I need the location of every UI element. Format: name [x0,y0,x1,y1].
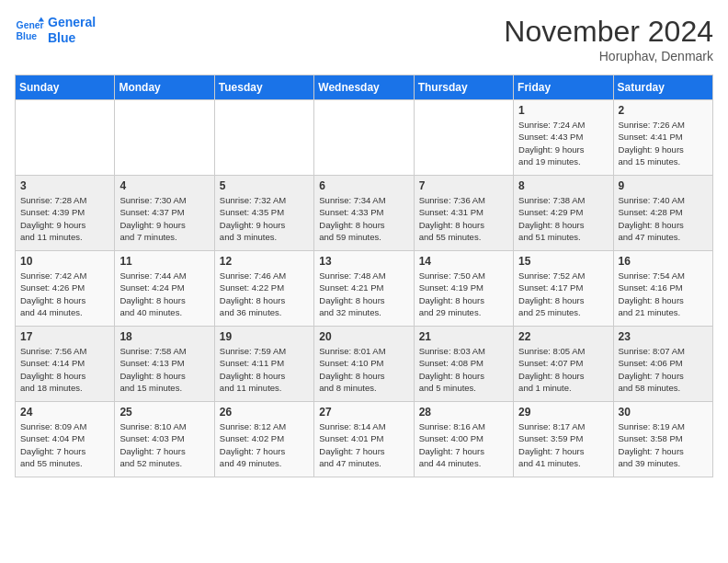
col-header-monday: Monday [115,75,214,100]
day-info: Sunrise: 7:48 AM Sunset: 4:21 PM Dayligh… [319,270,408,318]
day-info: Sunrise: 7:34 AM Sunset: 4:33 PM Dayligh… [319,194,408,243]
day-number: 29 [518,406,608,419]
day-number: 14 [419,255,508,268]
day-info: Sunrise: 7:50 AM Sunset: 4:19 PM Dayligh… [419,270,508,318]
day-number: 22 [518,330,608,343]
calendar-cell: 24Sunrise: 8:09 AM Sunset: 4:04 PM Dayli… [16,402,115,477]
day-number: 3 [20,179,109,192]
week-row-2: 3Sunrise: 7:28 AM Sunset: 4:39 PM Daylig… [16,176,713,251]
day-info: Sunrise: 7:26 AM Sunset: 4:41 PM Dayligh… [619,119,708,167]
calendar-cell: 29Sunrise: 8:17 AM Sunset: 3:59 PM Dayli… [514,402,613,477]
day-info: Sunrise: 7:40 AM Sunset: 4:28 PM Dayligh… [619,194,708,243]
day-number: 17 [20,330,109,343]
calendar-cell: 10Sunrise: 7:42 AM Sunset: 4:26 PM Dayli… [16,251,115,327]
calendar-cell: 6Sunrise: 7:34 AM Sunset: 4:33 PM Daylig… [314,176,414,251]
col-header-wednesday: Wednesday [314,75,414,100]
day-info: Sunrise: 7:36 AM Sunset: 4:31 PM Dayligh… [419,194,508,243]
logo-icon: General Blue [15,16,44,45]
calendar-cell: 1Sunrise: 7:24 AM Sunset: 4:43 PM Daylig… [514,100,613,176]
calendar-cell: 8Sunrise: 7:38 AM Sunset: 4:29 PM Daylig… [514,176,613,251]
week-row-1: 1Sunrise: 7:24 AM Sunset: 4:43 PM Daylig… [16,100,713,176]
day-info: Sunrise: 8:16 AM Sunset: 4:00 PM Dayligh… [419,420,508,469]
calendar-cell: 28Sunrise: 8:16 AM Sunset: 4:00 PM Dayli… [414,402,513,477]
calendar-cell: 20Sunrise: 8:01 AM Sunset: 4:10 PM Dayli… [314,327,414,402]
col-header-friday: Friday [514,75,613,100]
day-number: 1 [518,104,608,117]
title-block: November 2024 Horuphav, Denmark [504,15,713,63]
calendar-cell: 27Sunrise: 8:14 AM Sunset: 4:01 PM Dayli… [314,402,414,477]
day-number: 12 [220,255,309,268]
day-info: Sunrise: 7:56 AM Sunset: 4:14 PM Dayligh… [20,345,109,394]
calendar-cell: 23Sunrise: 8:07 AM Sunset: 4:06 PM Dayli… [613,327,712,402]
day-info: Sunrise: 8:10 AM Sunset: 4:03 PM Dayligh… [119,420,209,469]
calendar-cell [314,100,414,176]
svg-marker-2 [39,17,44,21]
day-number: 25 [119,406,209,419]
logo: General Blue General Blue [15,15,96,46]
calendar-cell: 2Sunrise: 7:26 AM Sunset: 4:41 PM Daylig… [613,100,712,176]
calendar-cell: 3Sunrise: 7:28 AM Sunset: 4:39 PM Daylig… [16,176,115,251]
day-info: Sunrise: 7:24 AM Sunset: 4:43 PM Dayligh… [518,119,608,167]
day-info: Sunrise: 7:32 AM Sunset: 4:35 PM Dayligh… [220,194,309,243]
calendar-cell: 26Sunrise: 8:12 AM Sunset: 4:02 PM Dayli… [214,402,313,477]
week-row-5: 24Sunrise: 8:09 AM Sunset: 4:04 PM Dayli… [16,402,713,477]
day-number: 11 [119,255,209,268]
calendar-title: November 2024 [504,15,713,49]
day-info: Sunrise: 7:28 AM Sunset: 4:39 PM Dayligh… [20,194,109,243]
col-header-tuesday: Tuesday [214,75,313,100]
calendar-cell [214,100,313,176]
day-number: 27 [319,406,408,419]
calendar-subtitle: Horuphav, Denmark [504,49,713,63]
week-row-4: 17Sunrise: 7:56 AM Sunset: 4:14 PM Dayli… [16,327,713,402]
day-number: 15 [518,255,608,268]
day-number: 23 [619,330,708,343]
logo-text-general: General [48,15,96,30]
day-number: 4 [119,179,209,192]
day-number: 8 [518,179,608,192]
day-info: Sunrise: 7:46 AM Sunset: 4:22 PM Dayligh… [220,270,309,318]
day-number: 30 [619,406,708,419]
calendar-cell: 25Sunrise: 8:10 AM Sunset: 4:03 PM Dayli… [115,402,214,477]
calendar-cell: 9Sunrise: 7:40 AM Sunset: 4:28 PM Daylig… [613,176,712,251]
day-number: 13 [319,255,408,268]
day-info: Sunrise: 7:30 AM Sunset: 4:37 PM Dayligh… [119,194,209,243]
calendar-cell [115,100,214,176]
day-info: Sunrise: 8:19 AM Sunset: 3:58 PM Dayligh… [619,420,708,469]
calendar-cell: 5Sunrise: 7:32 AM Sunset: 4:35 PM Daylig… [214,176,313,251]
day-number: 9 [619,179,708,192]
calendar-cell: 15Sunrise: 7:52 AM Sunset: 4:17 PM Dayli… [514,251,613,327]
calendar-cell: 18Sunrise: 7:58 AM Sunset: 4:13 PM Dayli… [115,327,214,402]
calendar-cell: 14Sunrise: 7:50 AM Sunset: 4:19 PM Dayli… [414,251,513,327]
calendar-cell [414,100,513,176]
day-number: 21 [419,330,508,343]
week-row-3: 10Sunrise: 7:42 AM Sunset: 4:26 PM Dayli… [16,251,713,327]
calendar-cell: 16Sunrise: 7:54 AM Sunset: 4:16 PM Dayli… [613,251,712,327]
day-info: Sunrise: 7:52 AM Sunset: 4:17 PM Dayligh… [518,270,608,318]
calendar-cell: 4Sunrise: 7:30 AM Sunset: 4:37 PM Daylig… [115,176,214,251]
calendar-cell [16,100,115,176]
day-info: Sunrise: 8:12 AM Sunset: 4:02 PM Dayligh… [220,420,309,469]
day-number: 10 [20,255,109,268]
day-info: Sunrise: 8:17 AM Sunset: 3:59 PM Dayligh… [518,420,608,469]
day-info: Sunrise: 7:59 AM Sunset: 4:11 PM Dayligh… [220,345,309,394]
day-info: Sunrise: 7:44 AM Sunset: 4:24 PM Dayligh… [119,270,209,318]
day-number: 16 [619,255,708,268]
day-info: Sunrise: 7:54 AM Sunset: 4:16 PM Dayligh… [619,270,708,318]
calendar-cell: 11Sunrise: 7:44 AM Sunset: 4:24 PM Dayli… [115,251,214,327]
day-number: 19 [220,330,309,343]
calendar-cell: 22Sunrise: 8:05 AM Sunset: 4:07 PM Dayli… [514,327,613,402]
calendar-table: SundayMondayTuesdayWednesdayThursdayFrid… [15,75,713,477]
day-info: Sunrise: 8:05 AM Sunset: 4:07 PM Dayligh… [518,345,608,394]
day-number: 20 [319,330,408,343]
day-number: 26 [220,406,309,419]
col-header-thursday: Thursday [414,75,513,100]
day-info: Sunrise: 8:01 AM Sunset: 4:10 PM Dayligh… [319,345,408,394]
day-info: Sunrise: 8:07 AM Sunset: 4:06 PM Dayligh… [619,345,708,394]
day-number: 5 [220,179,309,192]
col-header-sunday: Sunday [16,75,115,100]
calendar-header-row: SundayMondayTuesdayWednesdayThursdayFrid… [16,75,713,100]
day-number: 24 [20,406,109,419]
svg-text:Blue: Blue [17,30,38,40]
day-info: Sunrise: 8:03 AM Sunset: 4:08 PM Dayligh… [419,345,508,394]
day-info: Sunrise: 8:14 AM Sunset: 4:01 PM Dayligh… [319,420,408,469]
